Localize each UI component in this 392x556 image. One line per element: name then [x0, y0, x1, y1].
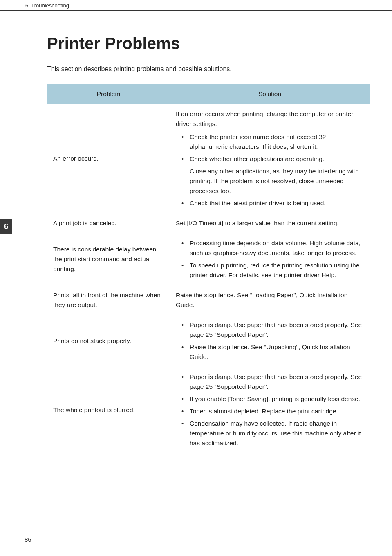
- chapter-side-tab: 6: [0, 219, 12, 234]
- list-item-text: Check the printer icon name does not exc…: [190, 133, 326, 150]
- list-item: Check whether other applications are ope…: [184, 154, 364, 196]
- list-item: To speed up printing, reduce the printin…: [184, 260, 364, 280]
- solution-cell: Paper is damp. Use paper that has been s…: [170, 315, 370, 367]
- list-item: Raise the stop fence. See "Unpacking", Q…: [184, 342, 364, 362]
- bullet-list: Paper is damp. Use paper that has been s…: [176, 320, 364, 362]
- bullet-list: Paper is damp. Use paper that has been s…: [176, 372, 364, 448]
- bullet-list: Processing time depends on data volume. …: [176, 238, 364, 280]
- list-item-text: Raise the stop fence. See "Unpacking", Q…: [190, 343, 350, 360]
- list-item-text: To speed up printing, reduce the printin…: [190, 262, 359, 278]
- list-item-text: Paper is damp. Use paper that has been s…: [190, 321, 362, 338]
- table-row: Prints do not stack properly. Paper is d…: [47, 315, 370, 367]
- page-number: 86: [25, 536, 31, 543]
- list-item-text: Check that the latest printer driver is …: [190, 200, 326, 206]
- list-item-text: Condensation may have collected. If rapi…: [190, 420, 361, 446]
- bullet-list: Check the printer icon name does not exc…: [176, 132, 364, 208]
- problem-cell: A print job is canceled.: [47, 213, 170, 233]
- header-rule: [0, 10, 392, 11]
- content-area: Printer Problems This section describes …: [47, 34, 370, 453]
- list-item-text: Check whether other applications are ope…: [190, 155, 324, 162]
- page: 6. Troubleshooting 6 Printer Problems Th…: [0, 0, 392, 556]
- solution-cell: If an error occurs when printing, change…: [170, 104, 370, 213]
- table-row: A print job is canceled. Set [I/O Timeou…: [47, 213, 370, 233]
- table-row: Prints fall in front of the machine when…: [47, 285, 370, 315]
- list-item: If you enable [Toner Saving], printing i…: [184, 394, 364, 404]
- list-item-text: Toner is almost depleted. Replace the pr…: [190, 408, 338, 415]
- table-row: An error occurs. If an error occurs when…: [47, 104, 370, 213]
- problem-cell: An error occurs.: [47, 104, 170, 213]
- table-row: There is considerable delay between the …: [47, 233, 370, 285]
- list-item: Paper is damp. Use paper that has been s…: [184, 320, 364, 340]
- solution-cell: Raise the stop fence. See "Loading Paper…: [170, 285, 370, 315]
- list-item: Paper is damp. Use paper that has been s…: [184, 372, 364, 392]
- problem-cell: There is considerable delay between the …: [47, 233, 170, 285]
- solution-pretext: If an error occurs when printing, change…: [176, 109, 364, 129]
- list-item: Processing time depends on data volume. …: [184, 238, 364, 258]
- page-title: Printer Problems: [47, 34, 370, 53]
- list-item-text: Paper is damp. Use paper that has been s…: [190, 373, 362, 390]
- table-row: The whole printout is blurred. Paper is …: [47, 367, 370, 453]
- list-item-text: Processing time depends on data volume. …: [190, 240, 361, 256]
- list-item-text: If you enable [Toner Saving], printing i…: [190, 395, 360, 402]
- list-item-subtext: Close any other applications, as they ma…: [190, 166, 364, 196]
- problem-cell: Prints do not stack properly.: [47, 315, 170, 367]
- intro-text: This section describes printing problems…: [47, 64, 370, 74]
- problem-cell: The whole printout is blurred.: [47, 367, 170, 453]
- col-header-problem: Problem: [47, 84, 170, 104]
- solution-cell: Set [I/O Timeout] to a larger value than…: [170, 213, 370, 233]
- table-header-row: Problem Solution: [47, 84, 370, 104]
- col-header-solution: Solution: [170, 84, 370, 104]
- list-item: Check the printer icon name does not exc…: [184, 132, 364, 152]
- problem-cell: Prints fall in front of the machine when…: [47, 285, 170, 315]
- solution-cell: Processing time depends on data volume. …: [170, 233, 370, 285]
- troubleshooting-table: Problem Solution An error occurs. If an …: [47, 84, 370, 453]
- list-item: Toner is almost depleted. Replace the pr…: [184, 406, 364, 416]
- list-item: Check that the latest printer driver is …: [184, 198, 364, 208]
- list-item: Condensation may have collected. If rapi…: [184, 419, 364, 448]
- running-head: 6. Troubleshooting: [25, 2, 69, 9]
- solution-cell: Paper is damp. Use paper that has been s…: [170, 367, 370, 453]
